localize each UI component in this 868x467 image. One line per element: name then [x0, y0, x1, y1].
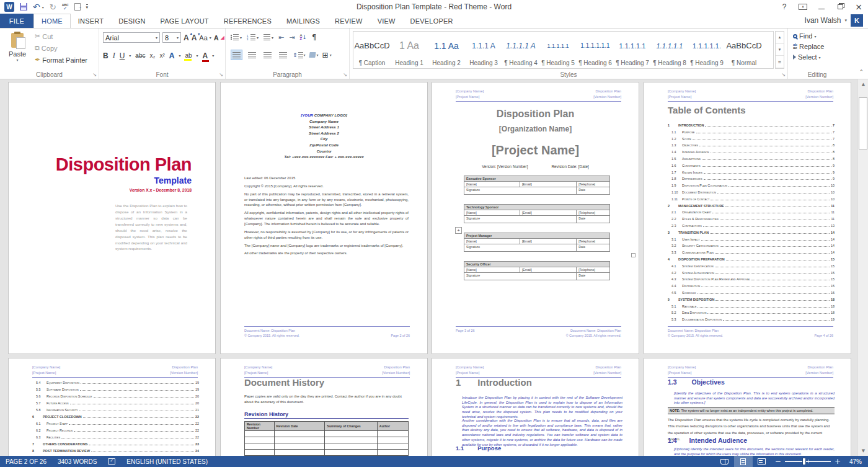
font-size-combo[interactable]: 8▾	[162, 32, 181, 43]
toc-entry[interactable]: 5.6Records Disposition Schedule20	[32, 394, 199, 401]
toc-entry[interactable]: 1.1Purpose7	[668, 130, 835, 137]
toc-entry[interactable]: 5.2Data Disposition18	[668, 311, 835, 318]
word-count[interactable]: 3403 WORDS	[52, 458, 102, 465]
italic-button[interactable]: I	[113, 51, 115, 60]
style-item[interactable]: 1.1.1.1 A ¶ Heading 4	[502, 32, 539, 68]
style-item[interactable]: 1.1.1.1.1.1 ¶ Heading 6	[577, 32, 614, 68]
page-8-objectives[interactable]: [Company Name][Project Name] Disposition…	[644, 358, 851, 456]
ribbon-display-options-button[interactable]: ▴	[794, 0, 812, 14]
align-right-button[interactable]	[262, 50, 273, 60]
ribbon-tab[interactable]: INSERT	[71, 14, 111, 28]
toc-entry[interactable]: 1.5Assumptions8	[668, 157, 835, 164]
clear-formatting-button[interactable]: A◢	[214, 34, 224, 42]
table-row[interactable]	[245, 437, 409, 443]
ribbon-tab[interactable]: MAILINGS	[279, 14, 327, 28]
tab-file[interactable]: FILE	[0, 14, 33, 28]
replace-button[interactable]: abacReplace	[793, 43, 824, 50]
font-name-combo[interactable]: Arial▾	[103, 32, 160, 43]
table-row[interactable]	[245, 443, 409, 450]
ribbon-tab[interactable]: DEVELOPER	[403, 14, 461, 28]
zoom-in-button[interactable]: +	[831, 457, 844, 466]
style-item[interactable]: 1.1 Aa Heading 2	[428, 32, 465, 68]
style-item[interactable]: AaBbCcD ¶ Caption	[353, 32, 391, 68]
redo-icon[interactable]: ↻	[50, 3, 56, 11]
toc-entry[interactable]: 1.9Disposition Plan Coordination10	[668, 184, 835, 190]
page-indicator[interactable]: PAGE 2 OF 26	[0, 458, 52, 465]
superscript-button[interactable]: x²	[159, 52, 164, 59]
toc-entry[interactable]: 6.2Project Records22	[32, 429, 199, 435]
underline-caret-icon[interactable]: ▾	[129, 53, 131, 58]
increase-indent-button[interactable]: ⇥	[289, 33, 294, 42]
ribbon-tab[interactable]: PAGE LAYOUT	[153, 14, 216, 28]
toc-entry[interactable]: 4.2System Authorization15	[668, 271, 835, 278]
toc-entry[interactable]: 5.5Software Disposition19	[32, 388, 199, 394]
toc-entry[interactable]: 3.3Communications Plan14	[668, 251, 835, 257]
print-layout-button[interactable]	[734, 456, 753, 467]
toc-entry[interactable]: 2.1Organization Chart11	[668, 210, 835, 217]
show-hide-marks-button[interactable]: ¶	[312, 33, 317, 42]
toc-entry[interactable]: 1.11Points of Contact10	[668, 197, 835, 204]
page-3-signoff[interactable]: [Company Name][Project Name] Disposition…	[432, 82, 639, 354]
proofing-status-icon[interactable]	[108, 458, 115, 465]
clipboard-dialog-launcher[interactable]: ↘	[92, 72, 97, 78]
toc-entry[interactable]: 3.2Security Categorization14	[668, 244, 835, 251]
table-row[interactable]	[245, 450, 409, 456]
shading-button[interactable]: ▾	[309, 52, 319, 58]
zoom-out-button[interactable]: −	[771, 457, 785, 466]
ribbon-tab[interactable]: VIEW	[370, 14, 403, 28]
minimize-button[interactable]	[812, 0, 831, 14]
styles-scroll-up-icon[interactable]: ▴	[776, 32, 784, 44]
zoom-slider-thumb[interactable]	[802, 458, 806, 465]
style-item[interactable]: 1.1.1.1.1 ¶ Heading 8	[651, 32, 688, 68]
style-item[interactable]: AaBbCcD ¶ Normal	[725, 32, 763, 68]
toc-entry[interactable]: 3.1User Impact14	[668, 238, 835, 244]
toc-entry[interactable]: 3TRANSITION PLAN14	[668, 231, 835, 238]
styles-dialog-launcher[interactable]: ↘	[781, 72, 786, 78]
toc-entry[interactable]: 1.4Intended Audience8	[668, 150, 835, 157]
toc-entry[interactable]: 1.8Dependencies9	[668, 177, 835, 184]
page-4-toc[interactable]: [Company Name][Project Name] Disposition…	[644, 82, 851, 354]
toc-entry[interactable]: 4.5Schedule16	[668, 291, 835, 298]
subscript-button[interactable]: x₂	[149, 52, 155, 59]
justify-button[interactable]	[277, 50, 289, 60]
line-spacing-button[interactable]: ⇕▾	[293, 52, 306, 58]
toc-entry[interactable]: 2.2Roles & Responsibilities11	[668, 217, 835, 224]
borders-button[interactable]: ⊞▾	[322, 51, 332, 59]
toc-entry[interactable]: 1INTRODUCTION7	[668, 123, 835, 130]
strikethrough-button[interactable]: abc	[135, 52, 145, 59]
document-arrow-icon[interactable]	[74, 3, 81, 11]
language-indicator[interactable]: ENGLISH (UNITED STATES)	[121, 458, 213, 465]
page-7-introduction[interactable]: [Company Name][Project Name] Disposition…	[432, 358, 639, 456]
toc-entry[interactable]: 2.3Contractors13	[668, 224, 835, 231]
table-move-handle[interactable]: +	[455, 227, 462, 234]
toc-entry[interactable]: 1.2Scope7	[668, 137, 835, 144]
undo-button[interactable]: ↶▾	[33, 2, 44, 11]
shrink-font-button[interactable]: A	[192, 33, 197, 42]
toc-entry[interactable]: 2MANAGEMENT STRUCTURE11	[668, 204, 835, 211]
user-name[interactable]: Ivan Walsh	[805, 16, 841, 25]
highlight-button[interactable]: ab	[185, 52, 192, 59]
toc-entry[interactable]: 6.3Facilities22	[32, 435, 199, 442]
table-resize-handle[interactable]	[631, 253, 636, 257]
toc-entry[interactable]: 5.1Rationale18	[668, 305, 835, 311]
collapse-ribbon-icon[interactable]: ⌃	[859, 69, 864, 75]
styles-scroll-down-icon[interactable]: ▾	[776, 44, 784, 56]
toc-entry[interactable]: 5SYSTEM DISPOSITION18	[668, 298, 835, 305]
sort-button[interactable]: AZ↓	[299, 34, 307, 40]
font-color-button[interactable]: A	[203, 51, 208, 60]
page-2-copyright[interactable]: [YOUR COMPANY LOGO] Company NameStreet A…	[221, 82, 427, 354]
customize-qat-icon[interactable]: ▾	[86, 4, 89, 9]
numbering-button[interactable]: 123▾	[247, 34, 259, 40]
toc-entry[interactable]: 6.1Project Staff22	[32, 422, 199, 429]
bullets-button[interactable]: ▾	[231, 34, 242, 40]
save-icon[interactable]	[20, 3, 27, 11]
page-6-history[interactable]: [Company Name][Project Name] Disposition…	[221, 358, 427, 456]
format-painter-button[interactable]: ✒Format Painter	[35, 56, 87, 64]
table-row[interactable]	[245, 431, 409, 437]
style-item[interactable]: 1.1.1 A Heading 3	[465, 32, 502, 68]
restore-button[interactable]	[831, 0, 849, 14]
toc-entry[interactable]: 1.3Objectives8	[668, 143, 835, 150]
toc-entry[interactable]: 5.7Future Access20	[32, 401, 199, 408]
close-button[interactable]: ×	[849, 0, 868, 14]
toc-entry[interactable]: 8POST TERMINATION REVIEW24	[32, 449, 199, 456]
